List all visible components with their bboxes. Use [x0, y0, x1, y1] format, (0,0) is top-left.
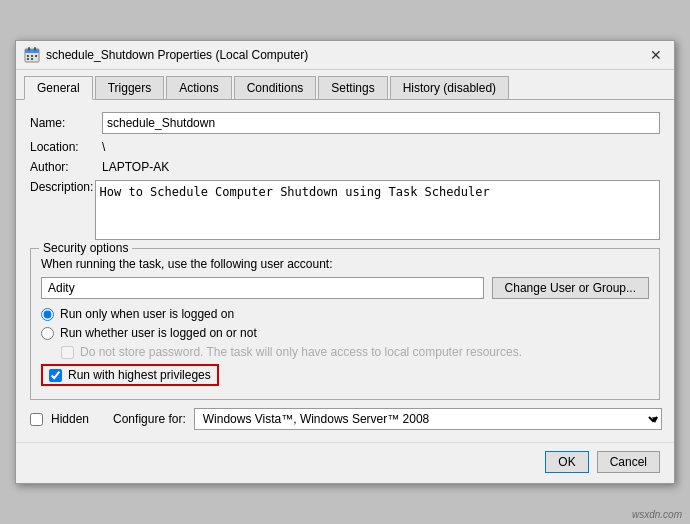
user-input[interactable] [41, 277, 484, 299]
security-desc: When running the task, use the following… [41, 257, 649, 271]
footer: OK Cancel [16, 442, 674, 483]
svg-rect-8 [31, 58, 33, 60]
close-icon[interactable]: ✕ [646, 47, 666, 63]
privileges-label: Run with highest privileges [68, 368, 211, 382]
title-bar: schedule_Shutdown Properties (Local Comp… [16, 41, 674, 70]
do-not-store-row: Do not store password. The task will onl… [61, 345, 649, 359]
radio-whether-row: Run whether user is logged on or not [41, 326, 649, 340]
change-user-button[interactable]: Change User or Group... [492, 277, 649, 299]
radio-logged-on[interactable] [41, 308, 54, 321]
description-input[interactable]: How to Schedule Computer Shutdown using … [95, 180, 660, 240]
svg-rect-7 [27, 58, 29, 60]
svg-rect-5 [31, 55, 33, 57]
radio-whether[interactable] [41, 327, 54, 340]
privileges-checkbox[interactable] [49, 369, 62, 382]
name-row: Name: [30, 112, 660, 134]
svg-rect-2 [28, 47, 30, 51]
privileges-highlight: Run with highest privileges [41, 364, 219, 386]
hidden-checkbox[interactable] [30, 413, 43, 426]
configure-label: Configure for: [113, 412, 186, 426]
location-label: Location: [30, 140, 102, 154]
tab-bar: General Triggers Actions Conditions Sett… [16, 70, 674, 100]
security-group: Security options When running the task, … [30, 248, 660, 400]
author-row: Author: LAPTOP-AK [30, 160, 660, 174]
radio-logged-on-label: Run only when user is logged on [60, 307, 234, 321]
tab-settings[interactable]: Settings [318, 76, 387, 99]
description-row: Description: How to Schedule Computer Sh… [30, 180, 660, 240]
tab-actions[interactable]: Actions [166, 76, 231, 99]
main-window: schedule_Shutdown Properties (Local Comp… [15, 40, 675, 484]
svg-rect-1 [25, 49, 39, 53]
hidden-label: Hidden [51, 412, 89, 426]
name-input[interactable] [102, 112, 660, 134]
security-section-label: Security options [39, 241, 132, 255]
description-label: Description: [30, 180, 95, 194]
author-value: LAPTOP-AK [102, 160, 660, 174]
do-not-store-label: Do not store password. The task will onl… [80, 345, 522, 359]
location-row: Location: \ [30, 140, 660, 154]
svg-rect-6 [35, 55, 37, 57]
radio-logged-on-row: Run only when user is logged on [41, 307, 649, 321]
name-label: Name: [30, 116, 102, 130]
tab-history[interactable]: History (disabled) [390, 76, 509, 99]
do-not-store-checkbox[interactable] [61, 346, 74, 359]
tab-general[interactable]: General [24, 76, 93, 100]
tab-conditions[interactable]: Conditions [234, 76, 317, 99]
configure-select[interactable]: Windows Vista™, Windows Server™ 2008Wind… [194, 408, 662, 430]
svg-rect-3 [34, 47, 36, 51]
bottom-row: Hidden Configure for: Windows Vista™, Wi… [30, 408, 660, 430]
window-icon [24, 47, 40, 63]
window-title: schedule_Shutdown Properties (Local Comp… [46, 48, 308, 62]
privileges-wrapper: Run with highest privileges [41, 364, 649, 391]
title-bar-left: schedule_Shutdown Properties (Local Comp… [24, 47, 308, 63]
svg-rect-4 [27, 55, 29, 57]
content-area: Name: Location: \ Author: LAPTOP-AK Desc… [16, 100, 674, 442]
location-value: \ [102, 140, 660, 154]
user-row: Change User or Group... [41, 277, 649, 299]
tab-triggers[interactable]: Triggers [95, 76, 165, 99]
ok-button[interactable]: OK [545, 451, 588, 473]
cancel-button[interactable]: Cancel [597, 451, 660, 473]
radio-whether-label: Run whether user is logged on or not [60, 326, 257, 340]
watermark: wsxdn.com [632, 509, 682, 520]
author-label: Author: [30, 160, 102, 174]
